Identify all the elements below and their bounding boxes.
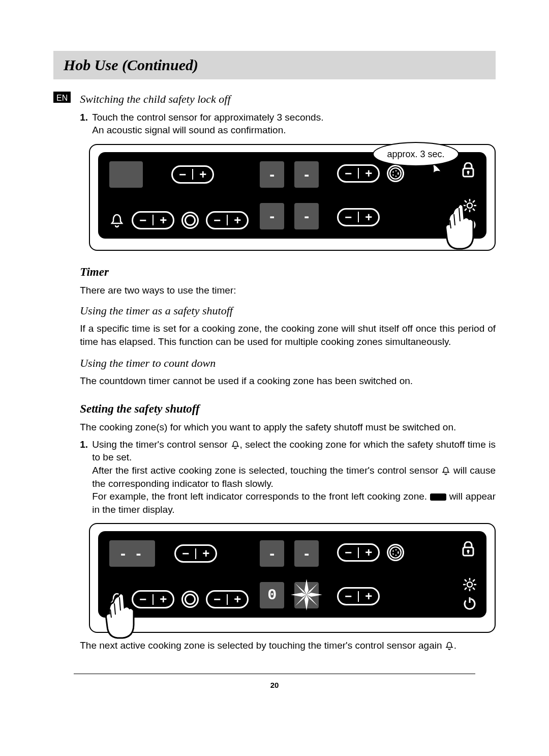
bell-icon — [445, 641, 454, 650]
svg-point-17 — [393, 550, 399, 556]
display-blank — [109, 161, 143, 188]
display-dash: - — [294, 203, 319, 229]
minus-plus-control[interactable]: −+ — [206, 211, 249, 229]
timer-section: Timer There are two ways to use the time… — [80, 264, 496, 652]
step-body: Touch the control sensor for approximate… — [92, 111, 496, 137]
text: . — [454, 640, 456, 651]
minus-plus-control[interactable]: −+ — [337, 164, 380, 183]
svg-point-0 — [390, 168, 401, 179]
svg-point-1 — [393, 171, 399, 177]
minus-plus-control[interactable]: −+ — [206, 590, 249, 608]
svg-line-37 — [473, 579, 475, 581]
page-number: 20 — [53, 680, 496, 690]
timer-heading: Timer — [80, 264, 496, 280]
hand-icon — [104, 591, 137, 641]
lock-icon[interactable] — [461, 162, 475, 179]
title-bar: Hob Use (Continued) — [53, 51, 496, 79]
flash-icon — [291, 579, 322, 610]
display-dash: - — [294, 540, 319, 567]
dual-zone-icon[interactable] — [181, 212, 199, 229]
minus-plus-control[interactable]: −+ — [174, 544, 217, 563]
svg-marker-24 — [291, 593, 307, 597]
step-number: 1. — [80, 438, 92, 516]
power-icon[interactable] — [463, 596, 477, 610]
list-item: 1. Touch the control sensor for approxim… — [80, 111, 496, 137]
timer-shutoff-heading: Using the timer as a safety shutoff — [80, 303, 496, 318]
timer-countdown-heading: Using the timer to count down — [80, 356, 496, 371]
bell-icon — [441, 466, 450, 475]
timer-intro: There are two ways to use the timer: — [80, 284, 496, 297]
speech-bubble: approx. 3 sec. — [373, 142, 459, 166]
power-ring-icon[interactable] — [387, 165, 404, 182]
display-dashes: - - — [109, 540, 155, 567]
display-zero: 0 — [260, 582, 284, 608]
bell-icon — [231, 440, 240, 449]
minus-plus-control[interactable]: −+ — [132, 590, 174, 608]
page-title: Hob Use (Continued) — [64, 55, 198, 76]
timer-countdown-body: The countdown timer cannot be used if a … — [80, 374, 496, 388]
minus-plus-control[interactable]: −+ — [337, 543, 380, 562]
display-dash: - — [260, 540, 284, 567]
content-row: EN Switching the child safety lock off 1… — [53, 92, 496, 655]
setting-intro: The cooking zone(s) for which you want t… — [80, 421, 496, 434]
svg-point-29 — [467, 582, 472, 587]
child-lock-off-heading: Switching the child safety lock off — [80, 92, 496, 107]
figure-child-lock: approx. 3 sec. −+ - - — [89, 144, 496, 251]
svg-marker-23 — [304, 595, 309, 610]
svg-rect-20 — [468, 551, 469, 554]
dual-zone-icon[interactable] — [181, 591, 199, 608]
svg-point-16 — [390, 547, 401, 559]
footer-divider — [74, 674, 475, 674]
text: For example, the front left indicator co… — [92, 491, 430, 502]
svg-line-36 — [465, 588, 467, 590]
hand-icon — [444, 202, 476, 252]
svg-marker-21 — [304, 579, 309, 595]
svg-marker-22 — [307, 593, 322, 597]
child-lock-steps: 1. Touch the control sensor for approxim… — [80, 111, 496, 137]
minus-plus-control[interactable]: −+ — [132, 211, 174, 229]
text: Using the timer's control sensor — [92, 439, 230, 450]
svg-line-34 — [465, 579, 467, 581]
list-item: 1. Using the timer's control sensor , se… — [80, 438, 496, 516]
brightness-icon[interactable] — [462, 577, 477, 592]
svg-rect-4 — [468, 172, 469, 175]
bell-icon[interactable] — [109, 213, 125, 228]
display-dash: - — [260, 161, 284, 188]
step-body: Using the timer's control sensor , selec… — [92, 438, 496, 516]
display-dash: - — [294, 161, 319, 188]
text: After the first active cooking zone is s… — [92, 465, 441, 476]
svg-line-35 — [473, 588, 475, 590]
after-figure-text: The next active cooking zone is selected… — [80, 639, 496, 652]
main-content: Switching the child safety lock off 1. T… — [80, 92, 496, 655]
step-number: 1. — [80, 111, 92, 137]
display-dash: - — [260, 203, 284, 229]
lock-icon[interactable] — [461, 541, 475, 558]
setting-shutoff-heading: Setting the safety shutoff — [80, 401, 496, 417]
bubble-text: approx. 3 sec. — [387, 148, 444, 160]
figure-safety-shutoff: - - −+ - - −+ — [89, 523, 496, 633]
minus-plus-control[interactable]: −+ — [171, 165, 214, 184]
minus-plus-control[interactable]: −+ — [337, 587, 380, 605]
minus-plus-control[interactable]: −+ — [337, 208, 380, 226]
control-panel: - - −+ - - −+ — [98, 531, 486, 618]
timer-shutoff-body: If a specific time is set for a cooking … — [80, 322, 496, 348]
text: The next active cooking zone is selected… — [80, 640, 445, 651]
language-badge: EN — [53, 92, 71, 103]
step-text-line1: Touch the control sensor for approximate… — [92, 112, 323, 123]
step-text-line2: An acoustic signal will sound as confirm… — [92, 125, 286, 135]
power-ring-icon[interactable] — [387, 544, 404, 561]
indicator-icon — [430, 493, 446, 501]
setting-steps: 1. Using the timer's control sensor , se… — [80, 438, 496, 516]
